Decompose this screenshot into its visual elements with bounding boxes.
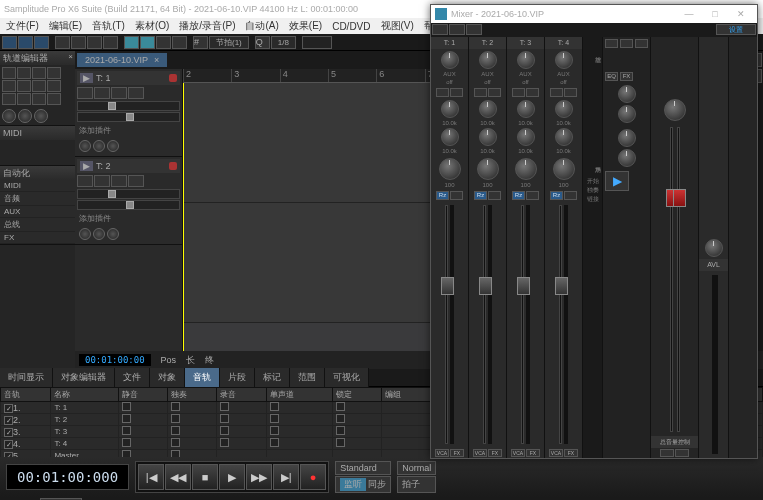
aux-knob[interactable]	[441, 51, 459, 69]
fx-button[interactable]	[488, 191, 501, 200]
minimize-button[interactable]: —	[677, 9, 701, 19]
checkbox[interactable]: ✓	[4, 416, 13, 425]
checkbox[interactable]	[122, 450, 131, 457]
checkbox[interactable]	[122, 414, 131, 423]
snap-mode[interactable]: 节拍(1)	[209, 36, 249, 49]
record-arm-icon[interactable]	[169, 162, 177, 170]
te-btn-12[interactable]	[47, 93, 61, 105]
checkbox[interactable]	[270, 438, 279, 447]
fx-button[interactable]	[564, 191, 577, 200]
insert-slot[interactable]	[450, 88, 463, 97]
mixer-tool-1[interactable]	[432, 24, 448, 35]
tool-autocross-icon[interactable]	[172, 36, 187, 49]
menu-file[interactable]: 文件(F)	[2, 18, 43, 34]
checkbox[interactable]	[122, 438, 131, 447]
monitor-knob[interactable]	[705, 239, 723, 257]
tab-tracks[interactable]: 音轨	[185, 368, 220, 387]
te-btn-5[interactable]	[2, 80, 16, 92]
close-button[interactable]: ✕	[729, 9, 753, 19]
vca-button[interactable]: VCA	[473, 449, 487, 457]
channel-fader[interactable]	[559, 205, 562, 444]
play-button[interactable]: ▶	[219, 464, 245, 490]
checkbox[interactable]	[171, 450, 180, 457]
pan-knob[interactable]	[439, 158, 461, 180]
automation-header[interactable]: 自动化	[0, 166, 75, 180]
sync-button[interactable]: 同步	[368, 478, 386, 491]
aux-knob[interactable]	[555, 51, 573, 69]
fx-button[interactable]: FX	[450, 449, 464, 457]
knob-2[interactable]	[93, 228, 105, 240]
close-icon[interactable]: ×	[68, 52, 73, 61]
menu-view[interactable]: 视图(V)	[377, 18, 418, 34]
checkbox[interactable]	[220, 426, 229, 435]
playhead[interactable]	[183, 83, 184, 351]
insert-slot[interactable]	[436, 88, 449, 97]
knob-3[interactable]	[107, 140, 119, 152]
channel-fader[interactable]	[483, 205, 486, 444]
insert-slot[interactable]	[564, 88, 577, 97]
tool-ungroup-icon[interactable]	[140, 36, 155, 49]
checkbox[interactable]	[171, 426, 180, 435]
pan-knob[interactable]	[553, 158, 575, 180]
eq-knob[interactable]	[479, 128, 497, 146]
volume-fader[interactable]	[77, 189, 180, 199]
channel-fader[interactable]	[521, 205, 524, 444]
ffwd-end-button[interactable]: ▶|	[273, 464, 299, 490]
tool-crossfade-icon[interactable]	[156, 36, 171, 49]
master-knob[interactable]	[618, 85, 636, 103]
channel-label[interactable]: T: 3	[507, 37, 544, 49]
te-btn-9[interactable]	[2, 93, 16, 105]
monitor-button[interactable]: 监听	[340, 478, 366, 491]
knob-3[interactable]	[107, 228, 119, 240]
insert-slot[interactable]	[526, 88, 539, 97]
checkbox[interactable]	[336, 438, 345, 447]
tab-objects[interactable]: 对象	[150, 368, 185, 387]
checkbox[interactable]: ✓	[4, 428, 13, 437]
fx-button[interactable]	[128, 175, 144, 187]
record-arm-icon[interactable]	[169, 74, 177, 82]
menu-auto[interactable]: 自动(A)	[241, 18, 282, 34]
tool-cut-icon[interactable]	[55, 36, 70, 49]
rz-button[interactable]: Rz	[474, 191, 487, 200]
eq-knob[interactable]	[517, 100, 535, 118]
fx-button[interactable]: FX	[564, 449, 578, 457]
mon-button[interactable]	[111, 175, 127, 187]
menu-track[interactable]: 音轨(T)	[88, 18, 129, 34]
checkbox[interactable]	[336, 414, 345, 423]
fx-button[interactable]	[526, 191, 539, 200]
ffwd-button[interactable]: ▶▶	[246, 464, 272, 490]
checkbox[interactable]	[220, 402, 229, 411]
master-fader-l[interactable]	[670, 127, 673, 432]
checkbox[interactable]: ✓	[4, 452, 13, 458]
checkbox[interactable]	[270, 426, 279, 435]
tab-visual[interactable]: 可视化	[325, 368, 369, 387]
checkbox[interactable]	[220, 438, 229, 447]
solo-button[interactable]	[94, 175, 110, 187]
fx-button[interactable]: FX	[488, 449, 502, 457]
tab-markers[interactable]: 标记	[255, 368, 290, 387]
menu-cd[interactable]: CD/DVD	[328, 20, 374, 33]
te-btn-10[interactable]	[17, 93, 31, 105]
tool-new-icon[interactable]	[2, 36, 17, 49]
rec-mode[interactable]: Normal	[397, 461, 436, 475]
master-knob[interactable]	[618, 149, 636, 167]
mute-button[interactable]	[77, 87, 93, 99]
master-btn[interactable]	[605, 39, 618, 48]
eq-knob[interactable]	[479, 100, 497, 118]
track-editor-header[interactable]: 轨道编辑器×	[0, 51, 75, 65]
checkbox[interactable]	[270, 414, 279, 423]
menu-fx[interactable]: 效果(E)	[285, 18, 326, 34]
te-btn-3[interactable]	[32, 67, 46, 79]
fx-button[interactable]	[450, 191, 463, 200]
maximize-button[interactable]: □	[703, 9, 727, 19]
pan-knob[interactable]	[515, 158, 537, 180]
master-fx[interactable]: FX	[620, 72, 633, 81]
add-plugin[interactable]: 添加插件	[77, 123, 180, 138]
menu-edit[interactable]: 编辑(E)	[45, 18, 86, 34]
checkbox[interactable]	[336, 426, 345, 435]
eq-knob[interactable]	[517, 128, 535, 146]
channel-label[interactable]: T: 4	[545, 37, 582, 49]
timecode-display[interactable]: 00:01:00:000	[6, 464, 129, 490]
midi-header[interactable]: MIDI	[0, 126, 75, 140]
tab-ranges[interactable]: 范围	[290, 368, 325, 387]
